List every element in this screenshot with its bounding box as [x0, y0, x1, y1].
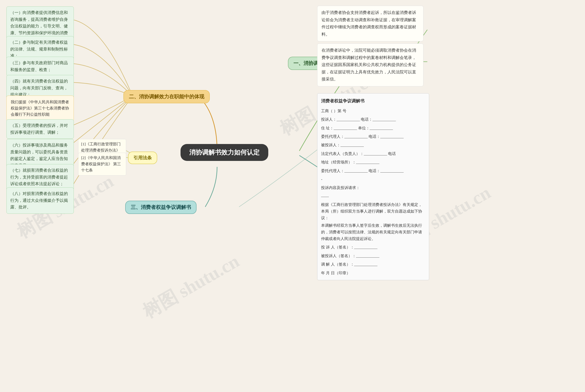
form-line-complaint: 投诉内容及投诉请求： [321, 184, 425, 192]
form-line-sig2: 被投诉人（签名）：____________ [321, 252, 425, 260]
left-item-5: （五）受理消费者的投诉，并对投诉事项进行调查、调解； [6, 119, 74, 139]
form-line-location: 地址（经营场所）：____________ [321, 158, 425, 166]
form-line-num: 工商（ ）第 号 [321, 107, 425, 115]
watermark-2: 树图 shutu.cn [138, 249, 244, 324]
form-line-agent1: 委托代理人：____________ 电话：____________ [321, 132, 425, 141]
branch-2: 二、消协调解效力在职能中的体现 [123, 90, 210, 103]
form-line-notice: 本调解书经双方当事人签字后生效，调解书生效后无法执行的，消费者可以按照法律、法规… [321, 222, 425, 242]
form-line-sig1: 投 诉 人（签名）：____________ [321, 243, 425, 252]
branch-3: 三、消费者权益争议调解书 [125, 201, 196, 214]
form-line-agent2: 委托代理人：____________ 电话：____________ [321, 167, 425, 175]
branch-yinyong: 引用法条 [128, 152, 157, 164]
yinyong-sub-2: [2]《中华人民共和国消费者权益保护法》 第三十七条 [78, 153, 126, 176]
form-box: 消费者权益争议调解书 工商（ ）第 号 投诉人：____________ 电话：… [317, 93, 429, 280]
right-text-1: 由于消费者协会支持消费者起诉，所以在鉴消费者诉讼前会为消费者主动调查和补救证据，… [317, 6, 423, 41]
form-line-legal-rep: 法定代表人（负责人）：____________ 电话 [321, 150, 425, 158]
form-line-defendant: 被投诉人：____________ [321, 141, 425, 149]
left-item-7: （七）就损害消费者合法权益的行为，支持受损害的消费者提起诉讼或者依照本法提起诉讼… [6, 164, 74, 190]
form-line-sig3: 调 解 人（签名）：____________ [321, 260, 425, 268]
form-line-dash: - [321, 175, 425, 184]
left-item-3: （三）参与有关政府部门对商品和服务的监督、检查； [6, 57, 74, 76]
branch2-source-text: 我们援据《中华人民共和国消费者权益保护法》第三十七条消费者协会履行下列公益性职能 [6, 96, 74, 121]
form-line-title: 消费者权益争议调解书 [321, 96, 425, 106]
center-node: 消协调解书效力如何认定 [180, 144, 268, 161]
form-line-complaint-dash: —— [321, 192, 425, 201]
left-item-8: （八）对损害消费者合法权益的行为，通过大众传播媒介予以揭露、批评。 [6, 188, 74, 214]
form-line-regulation: 根据《工商行政管理部门处理消费者投诉办法》有关规定，本局（所）组织双方当事人进行… [321, 202, 425, 222]
right-text-2: 在消费者诉讼中，法院可能必须调取消费者协会在消费争议调查和调解过程中的案卷材料和… [317, 44, 423, 86]
form-line-address: 住 址：____________ 单位：____________ [321, 124, 425, 132]
form-line-plaintiff: 投诉人：____________ 电话：____________ [321, 115, 425, 124]
form-line-date: 年 月 日（印章） [321, 269, 425, 277]
